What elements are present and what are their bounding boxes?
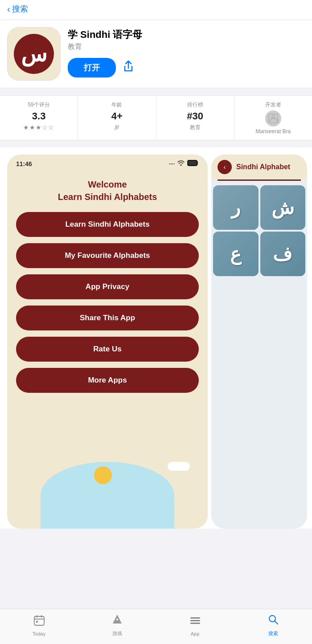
rating-chart-cell: 排行榜 #30 教育 bbox=[156, 96, 234, 140]
alphabet-cell[interactable]: ع bbox=[213, 232, 259, 276]
nav-item-搜索[interactable]: 搜索 bbox=[258, 614, 289, 637]
right-screen-header: ‹ Sindhi Alphabet bbox=[211, 155, 307, 179]
phone-screen-button[interactable]: App Privacy bbox=[16, 274, 199, 299]
svg-rect-9 bbox=[190, 623, 200, 624]
chart-label: 排行榜 bbox=[187, 101, 203, 109]
app-info: 学 Sindhi 语字母 教育 打开 bbox=[68, 27, 305, 77]
right-screenshot: ‹ Sindhi Alphabet رشعف bbox=[211, 155, 307, 529]
alphabet-cell[interactable]: ف bbox=[260, 232, 306, 276]
phone-screen-button[interactable]: Rate Us bbox=[16, 337, 199, 362]
rating-count-label: 59个评分 bbox=[28, 101, 49, 109]
alphabet-grid: رشعف bbox=[211, 183, 307, 278]
phone-welcome-title: Welcome Learn Sindhi Alphabets bbox=[16, 178, 199, 203]
rating-score-cell: 59个评分 3.3 ★★★☆☆ bbox=[0, 96, 78, 140]
phone-status-bar: 11:46 ···· bbox=[7, 155, 208, 171]
app-title: 学 Sindhi 语字母 bbox=[68, 29, 305, 41]
ratings-row: 59个评分 3.3 ★★★☆☆ 年龄 4+ 岁 排行榜 #30 教育 开发者 M… bbox=[0, 95, 312, 140]
stars-display: ★★★☆☆ bbox=[23, 124, 54, 131]
screenshots-section: 11:46 ···· Welcome Learn Sindh bbox=[0, 147, 312, 529]
battery-icon bbox=[187, 160, 199, 167]
sun-icon bbox=[94, 466, 112, 484]
app-icon-inner: س bbox=[14, 34, 54, 74]
bottom-illustration bbox=[7, 457, 208, 529]
chevron-left-icon: ‹ bbox=[7, 4, 10, 14]
wifi-icon bbox=[177, 160, 185, 167]
right-back-icon: ‹ bbox=[218, 160, 232, 174]
header-underline bbox=[218, 179, 301, 181]
nav-icon bbox=[111, 614, 123, 628]
app-category: 教育 bbox=[68, 42, 305, 52]
alphabet-cell[interactable]: ش bbox=[260, 185, 306, 230]
phone-screen-button[interactable]: My Favourite Alphabets bbox=[16, 243, 199, 268]
nav-item-Today[interactable]: Today bbox=[24, 615, 55, 636]
chart-sub: 教育 bbox=[190, 124, 201, 131]
svg-point-6 bbox=[116, 619, 118, 620]
alphabet-letter: ف bbox=[273, 243, 292, 265]
svg-rect-7 bbox=[190, 617, 200, 619]
chart-value: #30 bbox=[187, 110, 203, 122]
age-value: 4+ bbox=[111, 110, 123, 122]
rating-age-cell: 年龄 4+ 岁 bbox=[78, 96, 156, 140]
svg-point-1 bbox=[272, 116, 275, 118]
alphabet-letter: ش bbox=[271, 197, 294, 219]
nav-icon bbox=[189, 615, 201, 629]
app-header: س 学 Sindhi 语字母 教育 打开 bbox=[0, 20, 312, 88]
nav-label: App bbox=[191, 631, 200, 636]
dev-label: 开发者 bbox=[265, 101, 281, 109]
app-icon-letter: س bbox=[21, 41, 47, 66]
age-sub: 岁 bbox=[114, 124, 119, 131]
left-screenshot: 11:46 ···· Welcome Learn Sindh bbox=[7, 155, 208, 529]
svg-rect-8 bbox=[190, 620, 200, 621]
open-button[interactable]: 打开 bbox=[68, 58, 116, 77]
back-button[interactable]: ‹ 搜索 bbox=[7, 4, 305, 14]
nav-item-App[interactable]: App bbox=[180, 615, 211, 636]
alphabet-letter: ر bbox=[231, 197, 240, 219]
phone-screen-button[interactable]: More Apps bbox=[16, 368, 199, 393]
dev-name: Manseerat Bra bbox=[256, 128, 291, 135]
phone-status-icons: ···· bbox=[169, 160, 199, 167]
cloud-shape bbox=[168, 462, 190, 471]
right-header-title: Sindhi Alphabet bbox=[236, 163, 290, 171]
developer-avatar bbox=[265, 110, 281, 126]
app-icon: س bbox=[7, 27, 61, 81]
back-label: 搜索 bbox=[12, 4, 28, 14]
screenshots-container: 11:46 ···· Welcome Learn Sindh bbox=[0, 155, 312, 529]
svg-rect-4 bbox=[34, 616, 44, 625]
phone-time: 11:46 bbox=[16, 160, 32, 167]
nav-icon bbox=[267, 614, 279, 628]
app-actions: 打开 bbox=[68, 58, 305, 77]
nav-label: 搜索 bbox=[268, 630, 278, 637]
bottom-nav: Today游戏App搜索 bbox=[0, 609, 312, 644]
alphabet-cell[interactable]: ر bbox=[213, 185, 259, 230]
nav-icon bbox=[33, 615, 45, 629]
svg-rect-5 bbox=[36, 621, 38, 623]
phone-buttons: Learn Sindhi AlphabetsMy Favourite Alpha… bbox=[7, 208, 208, 396]
rating-score-value: 3.3 bbox=[32, 110, 46, 122]
nav-label: 游戏 bbox=[112, 630, 122, 637]
svg-rect-3 bbox=[188, 161, 197, 165]
nav-label: Today bbox=[33, 631, 45, 636]
signal-icon: ···· bbox=[169, 161, 175, 167]
phone-welcome: Welcome Learn Sindhi Alphabets bbox=[7, 171, 208, 208]
alphabet-letter: ع bbox=[230, 243, 241, 265]
rating-dev-cell: 开发者 Manseerat Bra bbox=[234, 96, 312, 140]
nav-item-游戏[interactable]: 游戏 bbox=[102, 614, 133, 637]
share-button[interactable] bbox=[123, 60, 134, 76]
phone-screen-button[interactable]: Share This App bbox=[16, 306, 199, 330]
nav-bar: ‹ 搜索 bbox=[0, 0, 312, 20]
age-label: 年龄 bbox=[111, 101, 122, 109]
phone-screen-button[interactable]: Learn Sindhi Alphabets bbox=[16, 212, 199, 237]
